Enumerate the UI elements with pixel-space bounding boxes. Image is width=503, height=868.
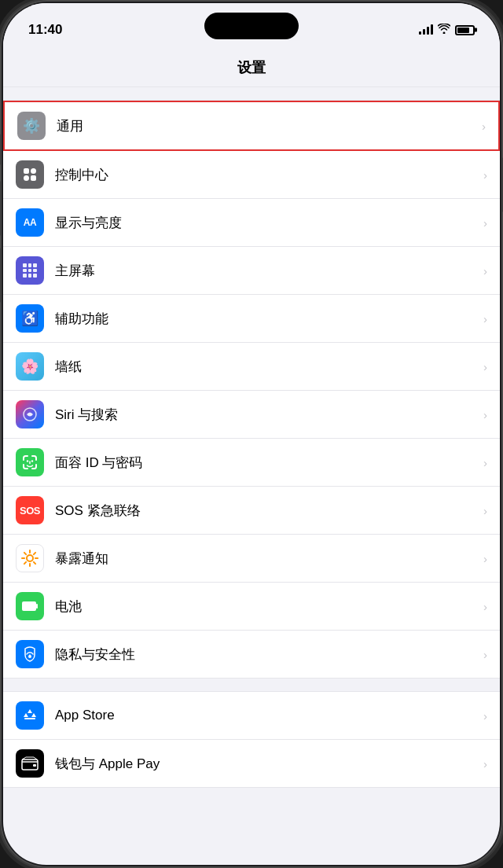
settings-row-exposure[interactable]: 暴露通知 › (3, 535, 500, 583)
homescreen-chevron: › (483, 264, 487, 278)
settings-row-wallpaper[interactable]: 🌸 墙纸 › (3, 343, 500, 391)
settings-row-general[interactable]: ⚙️ 通用 › (3, 101, 500, 151)
settings-row-faceid[interactable]: 面容 ID 与密码 › (3, 439, 500, 487)
phone-frame: 11:40 (0, 0, 503, 868)
settings-row-accessibility[interactable]: ♿ 辅助功能 › (3, 295, 500, 343)
general-chevron: › (482, 120, 486, 133)
wallpaper-chevron: › (483, 360, 487, 373)
settings-row-homescreen[interactable]: 主屏幕 › (3, 247, 500, 295)
battery-chevron: › (483, 600, 487, 613)
svg-rect-13 (36, 604, 38, 609)
control-center-chevron: › (483, 168, 487, 182)
svg-point-2 (31, 460, 33, 462)
control-center-label: 控制中心 (55, 166, 477, 184)
settings-section-main: ⚙️ 通用 › 控制中心 (3, 100, 500, 679)
svg-line-11 (24, 562, 26, 564)
settings-row-control-center[interactable]: 控制中心 › (3, 151, 500, 199)
svg-line-9 (34, 562, 35, 564)
faceid-label: 面容 ID 与密码 (55, 454, 477, 472)
display-label: 显示与亮度 (55, 214, 477, 232)
wallet-chevron: › (483, 757, 487, 771)
settings-row-battery[interactable]: 电池 › (3, 583, 500, 631)
battery-icon (455, 25, 475, 35)
appstore-icon (16, 701, 44, 730)
display-icon: AA (16, 208, 44, 237)
dynamic-island (204, 13, 299, 39)
display-chevron: › (483, 216, 487, 230)
phone-screen: 11:40 (3, 3, 500, 865)
settings-content: ⚙️ 通用 › 控制中心 (3, 87, 500, 788)
exposure-chevron: › (483, 552, 487, 565)
sos-chevron: › (483, 504, 487, 517)
faceid-icon (16, 448, 44, 476)
svg-line-10 (34, 553, 35, 554)
settings-row-display[interactable]: AA 显示与亮度 › (3, 199, 500, 247)
sos-icon: SOS (16, 496, 44, 524)
general-label: 通用 (57, 117, 475, 135)
mute-button[interactable] (0, 134, 1, 165)
battery-label: 电池 (55, 598, 477, 616)
wifi-icon (438, 24, 450, 36)
appstore-label: App Store (55, 708, 477, 723)
exposure-icon (16, 544, 44, 572)
appstore-chevron: › (483, 709, 487, 723)
volume-up-button[interactable] (0, 181, 1, 236)
wallet-label: 钱包与 Apple Pay (55, 755, 477, 773)
settings-row-appstore[interactable]: App Store › (3, 692, 500, 740)
siri-label: Siri 与搜索 (55, 406, 477, 424)
battery-icon-row (16, 592, 44, 620)
status-icons (419, 24, 475, 36)
signal-icon (419, 25, 433, 35)
settings-row-privacy[interactable]: 隐私与安全性 › (3, 631, 500, 678)
privacy-label: 隐私与安全性 (55, 645, 477, 664)
general-icon: ⚙️ (17, 112, 46, 140)
exposure-label: 暴露通知 (55, 550, 477, 568)
sos-label: SOS 紧急联络 (55, 502, 477, 520)
settings-section-apps: App Store › 钱包与 Apple Pay › (3, 691, 500, 788)
accessibility-label: 辅助功能 (55, 310, 477, 328)
wallpaper-icon: 🌸 (16, 352, 44, 381)
svg-point-1 (27, 460, 28, 462)
nav-title: 设置 (237, 60, 266, 75)
control-center-icon (16, 160, 44, 189)
nav-bar: 设置 (3, 46, 500, 87)
wallet-icon (16, 749, 44, 778)
accessibility-icon: ♿ (16, 304, 44, 333)
status-time: 11:40 (28, 22, 62, 38)
homescreen-label: 主屏幕 (55, 262, 477, 280)
privacy-icon (16, 640, 44, 668)
homescreen-icon (16, 256, 44, 285)
accessibility-chevron: › (483, 312, 487, 326)
privacy-chevron: › (483, 648, 487, 661)
svg-point-3 (27, 555, 33, 561)
settings-row-siri[interactable]: Siri 与搜索 › (3, 391, 500, 439)
siri-icon (16, 400, 44, 428)
svg-rect-16 (33, 764, 36, 767)
volume-down-button[interactable] (0, 248, 1, 303)
faceid-chevron: › (483, 456, 487, 469)
settings-row-wallet[interactable]: 钱包与 Apple Pay › (3, 740, 500, 787)
svg-line-8 (24, 553, 26, 554)
settings-row-sos[interactable]: SOS SOS 紧急联络 › (3, 487, 500, 535)
svg-rect-12 (22, 601, 36, 611)
wallpaper-label: 墙纸 (55, 358, 477, 376)
siri-chevron: › (483, 408, 487, 421)
